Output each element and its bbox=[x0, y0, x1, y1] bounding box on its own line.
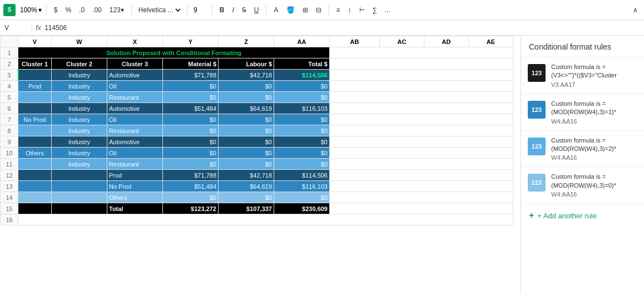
table-row: 9 Industry Automotive $0 $0 $0 bbox=[1, 136, 513, 148]
divider-5 bbox=[266, 4, 266, 16]
decimal-up-btn[interactable]: .00 bbox=[90, 5, 105, 15]
formula-bar: V fx 114506 bbox=[0, 20, 644, 36]
currency-btn[interactable]: $ bbox=[51, 5, 61, 15]
summary-row-prod: 12 Prod $71,788 $42,718 $114,506 bbox=[1, 170, 513, 181]
summary-row-others: 14 Others $0 $0 $0 bbox=[1, 192, 513, 203]
bold-btn[interactable]: B bbox=[217, 5, 227, 15]
align-v-btn[interactable]: ↕ bbox=[345, 5, 354, 15]
divider-2 bbox=[131, 4, 132, 16]
functions-btn[interactable]: ∑ bbox=[370, 5, 380, 15]
rule-color-1: 123 bbox=[528, 64, 546, 82]
text-color-btn[interactable]: A bbox=[271, 5, 281, 15]
rule-item-1[interactable]: 123 Custom formula is =(V3<>"")*(($V3="C… bbox=[521, 57, 644, 94]
rule-color-2: 123 bbox=[528, 101, 546, 119]
font-size-input[interactable] bbox=[192, 6, 207, 14]
rule-range-1: V3:AA17 bbox=[551, 81, 637, 88]
spreadsheet: V W X Y Z AA AB AC AD AE 1 Solution Prop… bbox=[0, 36, 521, 294]
hdr-labour: Labour $ bbox=[219, 58, 274, 70]
divider-3 bbox=[187, 4, 187, 16]
toolbar: S 100% ▾ $ % .0 .00 123▾ Helvetica ... B… bbox=[0, 0, 644, 20]
col-header-ae[interactable]: AE bbox=[469, 36, 513, 47]
fill-color-btn[interactable]: 🪣 bbox=[284, 5, 298, 15]
table-row: 10 Others Industry Oil $0 $0 $0 bbox=[1, 148, 513, 159]
zoom-value: 100% bbox=[20, 6, 37, 14]
rule-formula-3: Custom formula is =(MOD(ROW(W4),3)=2)* bbox=[551, 136, 637, 154]
title-cell: Solution Proposed with Conditional Forma… bbox=[18, 47, 330, 58]
decimal-down-btn[interactable]: .0 bbox=[76, 5, 87, 15]
table-row: 4 Prod Industry Oil $0 $0 $0 bbox=[1, 81, 513, 92]
title-row: 1 Solution Proposed with Conditional For… bbox=[1, 47, 513, 58]
table-row: 8 Industry Restaurant $0 $0 $0 bbox=[1, 125, 513, 136]
zoom-chevron[interactable]: ▾ bbox=[38, 6, 42, 14]
percent-btn[interactable]: % bbox=[62, 5, 74, 15]
col-header-w[interactable]: W bbox=[52, 36, 107, 47]
hdr-cluster1: Cluster 1 bbox=[18, 58, 52, 70]
borders-btn[interactable]: ⊞ bbox=[300, 5, 311, 15]
app-logo: S bbox=[3, 4, 16, 16]
strikethrough-btn[interactable]: S̶ bbox=[239, 5, 249, 15]
col-header-aa[interactable]: AA bbox=[274, 36, 330, 47]
rule-range-3: W4:AA16 bbox=[551, 154, 637, 161]
cell-reference[interactable]: V bbox=[4, 24, 32, 32]
table-row: 7 No Prod Industry Oil $0 $0 $0 bbox=[1, 114, 513, 125]
hdr-total: Total $ bbox=[274, 58, 330, 70]
align-h-btn[interactable]: ≡ bbox=[334, 5, 343, 15]
rule-formula-1: Custom formula is =(V3<>"")*(($V3="Clust… bbox=[551, 63, 637, 80]
rule-color-3: 123 bbox=[528, 138, 546, 155]
more-btn[interactable]: ... bbox=[382, 5, 393, 15]
rule-color-4: 123 bbox=[528, 174, 546, 192]
total-row: 15 Total $123,272 $107,337 $230,609 bbox=[1, 203, 513, 214]
col-header-v[interactable]: V bbox=[18, 36, 52, 47]
table-row: 3 Industry Automotive $71,788 $42,718 $1… bbox=[1, 70, 513, 81]
table-row: 6 Industry Automotive $51,484 $64,619 $1… bbox=[1, 103, 513, 114]
empty-row: 16 bbox=[1, 214, 513, 226]
italic-btn[interactable]: I bbox=[229, 5, 236, 15]
divider-1 bbox=[46, 4, 47, 16]
col-header-ac[interactable]: AC bbox=[380, 36, 424, 47]
hdr-material: Material $ bbox=[163, 58, 219, 70]
zoom-control[interactable]: 100% ▾ bbox=[20, 6, 42, 14]
rule-item-4[interactable]: 123 Custom formula is =(MOD(ROW(W4),3)=0… bbox=[521, 167, 644, 204]
panel-title: Conditional format rules bbox=[521, 36, 644, 57]
rule-formula-2: Custom formula is =(MOD(ROW(W4),3)=1)* bbox=[551, 100, 637, 117]
table-row: 5 Industry Restaurant $0 $0 $0 bbox=[1, 92, 513, 103]
col-header-z[interactable]: Z bbox=[219, 36, 274, 47]
col-header-x[interactable]: X bbox=[107, 36, 163, 47]
col-header-ab[interactable]: AB bbox=[330, 36, 380, 47]
rule-range-4: W4:AA16 bbox=[551, 191, 637, 198]
divider-4 bbox=[212, 4, 212, 16]
rule-item-2[interactable]: 123 Custom formula is =(MOD(ROW(W4),3)=1… bbox=[521, 94, 644, 131]
corner-cell bbox=[1, 36, 18, 47]
collapse-btn[interactable]: ∧ bbox=[630, 5, 641, 15]
header-row: 2 Cluster 1 Cluster 2 Cluster 3 Material… bbox=[1, 58, 513, 70]
plus-icon: + bbox=[529, 210, 534, 220]
conditional-format-panel: Conditional format rules 123 Custom form… bbox=[521, 36, 644, 294]
format-123-btn[interactable]: 123▾ bbox=[107, 5, 127, 15]
grid: V W X Y Z AA AB AC AD AE 1 Solution Prop… bbox=[0, 36, 513, 226]
row-num-h: 2 bbox=[1, 58, 18, 70]
rule-item-3[interactable]: 123 Custom formula is =(MOD(ROW(W4),3)=2… bbox=[521, 131, 644, 168]
divider-6 bbox=[329, 4, 329, 16]
hdr-cluster2: Cluster 2 bbox=[52, 58, 107, 70]
formula-value: 114506 bbox=[44, 24, 67, 32]
row-num-1: 1 bbox=[1, 47, 18, 58]
add-rule-button[interactable]: + + Add another rule bbox=[521, 204, 644, 227]
text-rotate-btn[interactable]: ⊢ bbox=[356, 5, 368, 15]
col-header-ad[interactable]: AD bbox=[424, 36, 469, 47]
font-select[interactable]: Helvetica ... bbox=[136, 6, 182, 14]
merge-btn[interactable]: ⊟ bbox=[313, 5, 324, 15]
underline-btn[interactable]: U bbox=[251, 5, 262, 15]
add-rule-label: + Add another rule bbox=[537, 212, 597, 220]
rule-formula-4: Custom formula is =(MOD(ROW(W4),3)=0)* bbox=[551, 173, 637, 190]
fx-label: fx bbox=[36, 23, 41, 32]
summary-row-noprod: 13 No Prod $51,484 $64,619 $116,103 bbox=[1, 181, 513, 192]
rule-range-2: W4:AA16 bbox=[551, 118, 637, 125]
hdr-cluster3: Cluster 3 bbox=[107, 58, 163, 70]
col-header-y[interactable]: Y bbox=[163, 36, 219, 47]
main-area: V W X Y Z AA AB AC AD AE 1 Solution Prop… bbox=[0, 36, 644, 294]
table-row: 11 Industry Restaurant $0 $0 $0 bbox=[1, 159, 513, 170]
